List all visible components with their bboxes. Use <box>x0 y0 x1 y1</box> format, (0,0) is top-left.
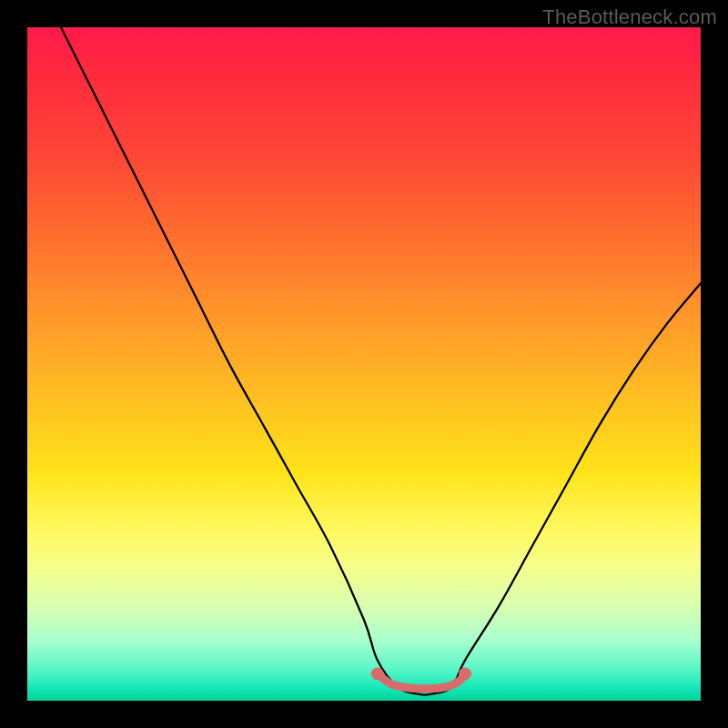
curve-path <box>61 27 701 695</box>
highlight-dot-right <box>459 667 471 680</box>
highlight-dot-left <box>371 667 384 680</box>
plot-area <box>27 27 701 701</box>
watermark-text: TheBottleneck.com <box>542 5 717 29</box>
curve-svg <box>27 27 701 701</box>
chart-frame: TheBottleneck.com <box>0 0 728 728</box>
highlight-path <box>378 673 465 688</box>
bottleneck-curve <box>61 27 701 695</box>
